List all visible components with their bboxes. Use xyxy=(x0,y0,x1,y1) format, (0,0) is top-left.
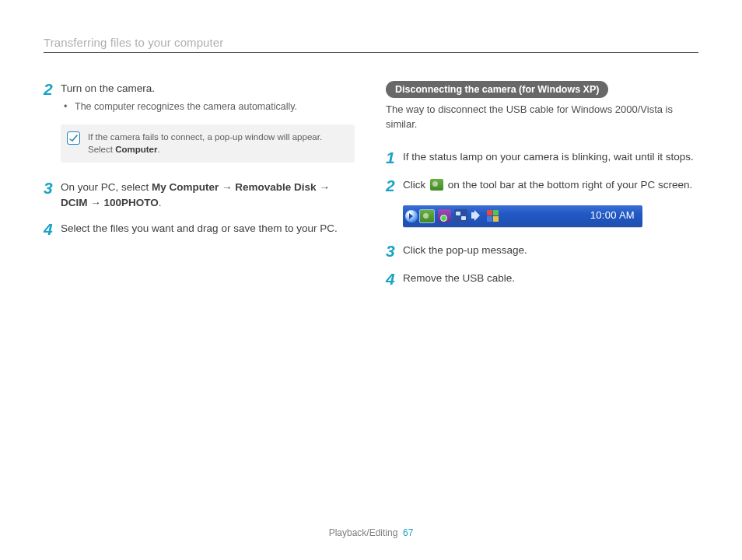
path-dcim: DCIM xyxy=(61,197,88,208)
system-tray-icon[interactable] xyxy=(487,210,499,222)
step-text: Click the pop-up message. xyxy=(403,243,697,258)
step-text: Select the files you want and drag or sa… xyxy=(61,221,355,236)
text: . xyxy=(159,197,162,208)
columns: 2 Turn on the camera. The computer recog… xyxy=(44,81,698,299)
bullet-item: The computer recognizes the camera autom… xyxy=(75,100,355,114)
left-step-4: 4 Select the files you want and drag or … xyxy=(44,221,355,238)
text-suffix: on the tool bar at the bottom right of y… xyxy=(445,179,692,191)
page-header: Transferring files to your computer xyxy=(44,36,698,53)
step-number: 3 xyxy=(386,243,403,260)
note-box: If the camera fails to connect, a pop-up… xyxy=(61,124,355,163)
text: On your PC, select xyxy=(61,181,152,193)
text-prefix: Click xyxy=(403,179,429,191)
left-column: 2 Turn on the camera. The computer recog… xyxy=(44,81,355,299)
step-number: 4 xyxy=(44,221,61,238)
network-tray-icon[interactable] xyxy=(454,209,467,222)
page: Transferring files to your computer 2 Tu… xyxy=(0,0,742,560)
note-icon xyxy=(67,131,80,145)
security-shield-tray-icon[interactable] xyxy=(438,209,451,222)
path-removable-disk: Removable Disk xyxy=(235,181,316,193)
step-number: 3 xyxy=(44,180,61,197)
page-number: 67 xyxy=(403,527,413,538)
right-step-2: 2 Click on the tool bar at the bottom ri… xyxy=(386,177,697,194)
step-number: 1 xyxy=(386,149,403,166)
step-body: On your PC, select My Computer → Removab… xyxy=(61,180,355,210)
left-step-3: 3 On your PC, select My Computer → Remov… xyxy=(44,180,355,210)
left-step-2: 2 Turn on the camera. The computer recog… xyxy=(44,81,355,114)
bullet-list: The computer recognizes the camera autom… xyxy=(61,100,355,114)
page-footer: Playback/Editing 67 xyxy=(0,527,742,538)
step-text: Turn on the camera. xyxy=(61,82,155,94)
right-step-4: 4 Remove the USB cable. xyxy=(386,271,697,288)
right-column: Disconnecting the camera (for Windows XP… xyxy=(386,81,697,299)
step-number: 2 xyxy=(44,81,61,98)
safely-remove-hardware-tray-icon[interactable] xyxy=(419,209,435,223)
volume-tray-icon[interactable] xyxy=(471,209,484,222)
taskbar-clock[interactable]: 10:00 AM xyxy=(590,208,635,223)
step-number: 2 xyxy=(386,177,403,194)
arrow: → xyxy=(219,181,235,193)
path-my-computer: My Computer xyxy=(152,181,219,193)
footer-section: Playback/Editing xyxy=(329,527,398,538)
step-body: Click on the tool bar at the bottom righ… xyxy=(403,177,697,193)
arrow: → xyxy=(317,181,330,193)
step-text: Remove the USB cable. xyxy=(403,271,697,286)
step-body: Turn on the camera. The computer recogni… xyxy=(61,81,355,114)
step-text: If the status lamp on your camera is bli… xyxy=(403,149,697,165)
taskbar-expand-arrow-icon[interactable] xyxy=(405,210,418,222)
right-step-1: 1 If the status lamp on your camera is b… xyxy=(386,149,697,166)
section-subtext: The way to disconnect the USB cable for … xyxy=(386,103,697,132)
note-bold: Computer xyxy=(115,145,157,154)
safely-remove-hardware-icon xyxy=(430,179,443,191)
section-pill: Disconnecting the camera (for Windows XP… xyxy=(386,81,608,98)
path-100photo: 100PHOTO xyxy=(104,197,159,208)
step-number: 4 xyxy=(386,271,403,288)
right-step-3: 3 Click the pop-up message. xyxy=(386,243,697,260)
windows-taskbar-tray: 10:00 AM xyxy=(403,205,642,227)
arrow: → xyxy=(88,197,104,208)
note-suffix: . xyxy=(157,145,159,154)
note-text: If the camera fails to connect, a pop-up… xyxy=(88,131,347,156)
